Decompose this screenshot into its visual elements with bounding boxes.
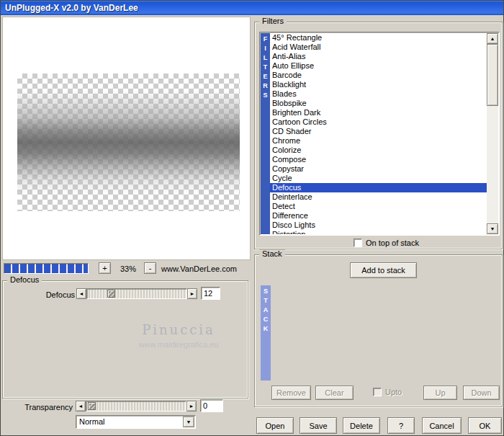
transparency-slider-track[interactable] [86,401,186,411]
ok-button[interactable]: OK [468,417,502,434]
zoom-level: 33% [112,264,145,273]
left-arrow-icon: ◄ [79,291,84,296]
upto-label: Upto [385,388,402,396]
unplugged-x-window: UnPlugged-X v2.0 by VanDerLee + 33% - ww… [0,0,504,436]
defocus-increase-button[interactable]: ► [187,288,197,299]
chevron-down-icon: ▼ [186,419,192,424]
left-arrow-icon: ◄ [78,404,84,409]
filter-list-item[interactable]: 45° Rectangle [270,33,487,43]
filter-list-item[interactable]: Disco Lights [270,221,487,230]
defocus-slider-track[interactable] [86,288,187,299]
filter-list-item[interactable]: Detect [270,202,487,211]
filter-list-item[interactable]: Auto Ellipse [270,61,487,71]
transparency-value-field[interactable]: 0 [200,399,223,412]
save-button[interactable]: Save [300,417,337,434]
preview-image [17,74,240,211]
filter-list[interactable]: 45° RectangleAcid WaterfallAnti-AliasAut… [270,33,487,234]
filter-list-item[interactable]: Difference [270,211,487,221]
filters-vertical-banner: FILTERS [261,33,270,234]
filter-params-group-title: Defocus [7,275,42,284]
filter-list-item[interactable]: Blobspike [270,99,487,108]
watermark-name: Pinuccia [108,322,249,337]
stack-group-title: Stack [259,249,285,258]
transparency-decrease-button[interactable]: ◄ [76,401,86,411]
zoom-out-button[interactable]: - [144,262,156,274]
vendor-website-link[interactable]: www.VanDerLee.com [161,264,237,273]
filters-group-title: Filters [259,17,287,25]
remove-button[interactable]: Remove [271,386,311,400]
transparency-label: Transparency [8,403,73,411]
on-top-of-stack-checkbox[interactable] [354,239,362,247]
open-button[interactable]: Open [256,417,294,434]
down-button[interactable]: Down [463,386,500,400]
defocus-slider-label: Defocus [14,290,75,299]
transparency-slider-thumb[interactable] [88,402,96,410]
stack-banner-text: STACK [262,288,269,381]
scroll-up-icon: ▲ [490,36,495,41]
filter-list-item[interactable]: Blades [270,89,487,99]
filter-list-item[interactable]: Anti-Alias [270,52,487,61]
titlebar[interactable]: UnPlugged-X v2.0 by VanDerLee [1,1,503,15]
filter-list-item[interactable]: Acid Waterfall [270,43,487,52]
filter-list-item[interactable]: CD Shader [270,127,487,136]
scroll-down-button[interactable]: ▼ [487,223,498,234]
defocus-slider-thumb[interactable] [107,290,115,298]
blend-mode-value: Normal [79,417,104,426]
window-title: UnPlugged-X v2.0 by VanDerLee [5,3,138,13]
filters-group: Filters FILTERS 45° RectangleAcid Waterf… [254,22,503,249]
scrollbar-thumb[interactable] [487,44,498,106]
filters-banner-text: FILTERS [262,35,269,234]
stack-vertical-banner: STACK [261,285,271,381]
right-arrow-icon: ► [189,404,194,409]
filter-list-item[interactable]: Copystar [270,164,487,174]
filter-list-item[interactable]: Deinterlace [270,192,487,202]
filter-list-item[interactable]: Chrome [270,136,487,146]
filter-list-item[interactable]: Defocus [270,183,487,192]
filter-list-item[interactable]: Brighten Dark [270,108,487,117]
on-top-of-stack-label: On top of stack [366,239,419,247]
filter-list-item[interactable]: Distortion [270,230,487,234]
filters-scrollbar[interactable]: ▲ ▼ [487,33,498,234]
clear-button[interactable]: Clear [315,386,354,400]
scroll-down-icon: ▼ [490,226,495,231]
help-button[interactable]: ? [387,417,415,434]
delete-button[interactable]: Delete [343,417,380,434]
filter-list-item[interactable]: Cartoon Circles [270,117,487,127]
add-to-stack-button[interactable]: Add to stack [350,262,417,278]
filter-list-item[interactable]: Compose [270,155,487,164]
progress-bar [4,263,89,274]
blend-mode-select[interactable]: Normal ▼ [76,415,196,429]
filter-list-item[interactable]: Barcode [270,71,487,80]
minus-icon: - [149,264,152,272]
defocus-decrease-button[interactable]: ◄ [76,288,86,299]
defocus-value-field[interactable]: 12 [201,287,220,300]
preview-panel[interactable] [2,17,251,260]
scroll-up-button[interactable]: ▲ [487,33,498,44]
right-arrow-icon: ► [190,291,195,296]
filter-list-item[interactable]: Cycle [270,174,487,183]
filter-list-item[interactable]: Colorize [270,146,487,155]
cancel-button[interactable]: Cancel [422,417,462,434]
up-button[interactable]: Up [423,386,457,400]
gradient-band [17,74,240,211]
plus-icon: + [102,264,107,272]
dropdown-button[interactable]: ▼ [183,417,194,427]
filter-listbox: FILTERS 45° RectangleAcid WaterfallAnti-… [259,32,500,236]
stack-group: Stack Add to stack STACK Remove Clear Up… [254,254,503,407]
filter-params-group: Defocus Defocus ◄ ► 12 Pinuccia www.maid… [2,280,248,399]
filter-list-item[interactable]: Blacklight [270,80,487,89]
transparency-increase-button[interactable]: ► [186,401,197,411]
zoom-in-button[interactable]: + [99,262,111,274]
watermark-site: www.maidiregrafica.eu [108,340,249,349]
upto-checkbox[interactable] [373,388,382,396]
